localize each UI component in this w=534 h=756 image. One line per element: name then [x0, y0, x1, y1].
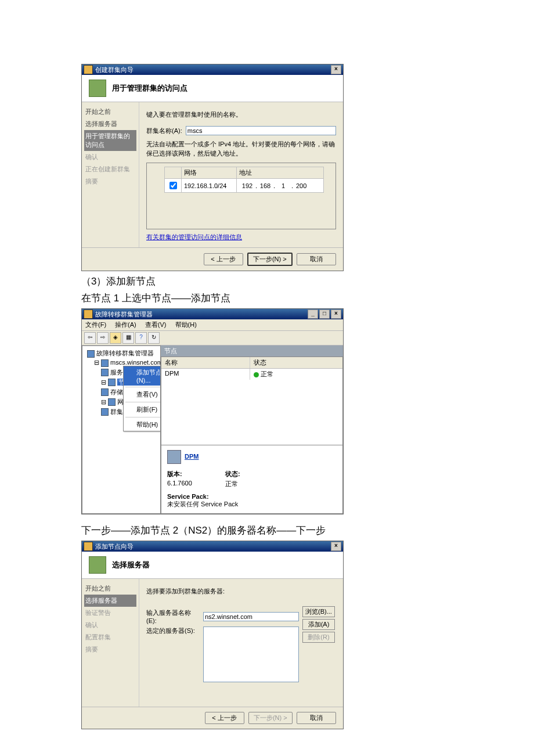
- wizard-steps: 开始之前 选择服务器 验证警告 确认 配置群集 摘要: [82, 579, 139, 707]
- col-check: [165, 167, 182, 179]
- menu-view[interactable]: 查看(V): [145, 321, 167, 328]
- wizard-header: 用于管理群集的访问点: [82, 75, 343, 102]
- server-icon: [167, 450, 181, 464]
- forward-icon[interactable]: ⇨: [97, 332, 109, 344]
- menu-help[interactable]: 帮助(H): [175, 321, 197, 328]
- titlebar: 添加节点向导 ×: [82, 541, 343, 552]
- step-confirm: 确认: [84, 619, 136, 631]
- selected-servers-list[interactable]: [203, 627, 299, 682]
- list-item[interactable]: DPM 正常: [161, 369, 342, 380]
- wizard-steps: 开始之前 选择服务器 用于管理群集的访问点 确认 正在创建新群集 摘要: [82, 102, 139, 247]
- remove-button[interactable]: 删除(R): [302, 632, 335, 643]
- instruction-text: 选择要添加到群集的服务器:: [146, 587, 336, 596]
- network-checkbox[interactable]: [169, 182, 177, 189]
- help-icon[interactable]: ?: [135, 332, 147, 344]
- cluster-name-input[interactable]: [186, 126, 336, 135]
- ip-oct2[interactable]: [257, 182, 273, 190]
- col-name[interactable]: 名称: [161, 357, 250, 368]
- mgr-titlebar: 故障转移群集管理器 _ □ ×: [82, 309, 343, 319]
- col-network: 网络: [182, 167, 237, 179]
- ctx-refresh[interactable]: 刷新(F): [124, 404, 161, 416]
- tree-view[interactable]: 故障转移群集管理器 ⊟ mscs.winsnet.com 服务和应用程序 ⊟ 节…: [82, 345, 161, 514]
- properties-icon[interactable]: ▦: [122, 332, 134, 344]
- wizard-icon: [84, 542, 93, 551]
- doc-line-3: 下一步——添加节点 2（NS2）的服务器名称——下一步: [81, 524, 534, 537]
- detail-pane: DPM 版本: 状态: 6.1.7600 正常 Service Pack: 未安…: [161, 445, 343, 514]
- mgr-icon: [84, 309, 93, 319]
- version-value: 6.1.7600: [167, 480, 225, 488]
- step-select-server: 选择服务器: [84, 118, 136, 130]
- window-title: 添加节点向导: [95, 542, 134, 551]
- version-label: 版本:: [167, 470, 225, 478]
- context-menu: 添加节点(N)... 查看(V) 刷新(F) 帮助(H): [123, 366, 161, 431]
- ctx-view[interactable]: 查看(V): [124, 388, 161, 401]
- status-label: 状态:: [225, 470, 283, 478]
- menu-file[interactable]: 文件(F): [85, 321, 106, 328]
- previous-button[interactable]: < 上一步: [205, 712, 244, 724]
- server-name-input[interactable]: [203, 612, 299, 621]
- step-summary: 摘要: [84, 643, 136, 656]
- network-row: 192.168.1.0/24 . . .: [165, 179, 324, 193]
- next-button[interactable]: 下一步(N) >: [248, 712, 293, 724]
- detail-name[interactable]: DPM: [185, 453, 199, 460]
- sp-value: 未安装任何 Service Pack: [167, 500, 337, 509]
- step-before: 开始之前: [84, 106, 136, 118]
- toolbar: ⇦ ⇨ ◈ ▦ ? ↻: [82, 331, 343, 345]
- up-icon[interactable]: ◈: [110, 332, 121, 344]
- next-button[interactable]: 下一步(N) >: [247, 253, 293, 266]
- nodes-list: 名称 状态 DPM 正常: [161, 357, 343, 445]
- ip-oct1[interactable]: [239, 182, 255, 190]
- menubar: 文件(F) 操作(A) 查看(V) 帮助(H): [82, 319, 343, 331]
- step-creating: 正在创建新群集: [84, 163, 136, 175]
- ip-oct4[interactable]: [293, 182, 309, 190]
- window-title: 创建群集向导: [95, 66, 134, 74]
- cluster-icon: [89, 80, 106, 97]
- wizard-header-title: 用于管理群集的访问点: [112, 83, 187, 93]
- doc-line-2: 在节点 1 上选中节点——添加节点: [81, 291, 534, 305]
- step-before: 开始之前: [84, 582, 136, 595]
- status-value: 正常: [225, 480, 238, 488]
- ip-address-field[interactable]: . . .: [239, 182, 309, 190]
- ctx-add-node[interactable]: 添加节点(N)...: [124, 366, 161, 386]
- auto-config-info: 无法自动配置一个或多个 IPv4 地址。针对要使用的每个网络，请确保已选择该网络…: [146, 140, 336, 158]
- previous-button[interactable]: < 上一步: [204, 253, 243, 265]
- maximize-icon[interactable]: □: [319, 309, 330, 319]
- cluster-name-label: 群集名称(A):: [146, 127, 182, 135]
- details-link[interactable]: 有关群集的管理访问点的详细信息: [146, 233, 336, 242]
- step-validate: 验证警告: [84, 607, 136, 619]
- network-grid-area: 网络 地址 192.168.1.0/24 . . .: [146, 163, 336, 229]
- close-icon[interactable]: ×: [331, 542, 341, 551]
- mgr-title: 故障转移群集管理器: [95, 310, 153, 319]
- add-node-wizard-window: 添加节点向导 × 选择服务器 开始之前 选择服务器 验证警告 确认 配置群集 摘…: [81, 541, 344, 729]
- minimize-icon[interactable]: _: [308, 309, 318, 319]
- wizard-header: 选择服务器: [82, 552, 343, 579]
- create-cluster-wizard-window: 创建群集向导 × 用于管理群集的访问点 开始之前 选择服务器 用于管理群集的访问…: [81, 64, 344, 271]
- step-confirm: 确认: [84, 151, 136, 163]
- doc-line-1: （3）添加新节点: [81, 275, 534, 288]
- close-icon[interactable]: ×: [331, 309, 341, 319]
- ip-oct3[interactable]: [275, 182, 291, 190]
- network-cidr: 192.168.1.0/24: [182, 179, 237, 193]
- ctx-help[interactable]: 帮助(H): [124, 419, 161, 431]
- step-configure: 配置群集: [84, 631, 136, 643]
- menu-action[interactable]: 操作(A): [115, 321, 136, 328]
- step-select-server: 选择服务器: [84, 595, 136, 607]
- tree-root[interactable]: 故障转移群集管理器: [84, 348, 159, 358]
- cancel-button[interactable]: 取消: [297, 712, 336, 724]
- cancel-button[interactable]: 取消: [297, 253, 336, 265]
- back-icon[interactable]: ⇦: [84, 332, 96, 344]
- col-status[interactable]: 状态: [250, 357, 338, 368]
- wizard-header-title: 选择服务器: [112, 560, 150, 570]
- refresh-icon[interactable]: ↻: [148, 332, 160, 344]
- page-footer-dots: .. ..: [81, 753, 534, 756]
- titlebar: 创建群集向导 ×: [82, 64, 343, 75]
- cluster-icon: [89, 556, 106, 574]
- browse-button[interactable]: 浏览(B)...: [302, 606, 335, 617]
- sp-label: Service Pack:: [167, 493, 209, 500]
- node-status: 正常: [261, 370, 273, 377]
- add-button[interactable]: 添加(A): [302, 619, 335, 630]
- step-summary: 摘要: [84, 175, 136, 188]
- node-name: DPM: [165, 370, 179, 377]
- close-icon[interactable]: ×: [331, 65, 341, 74]
- step-access-point: 用于管理群集的访问点: [84, 130, 136, 151]
